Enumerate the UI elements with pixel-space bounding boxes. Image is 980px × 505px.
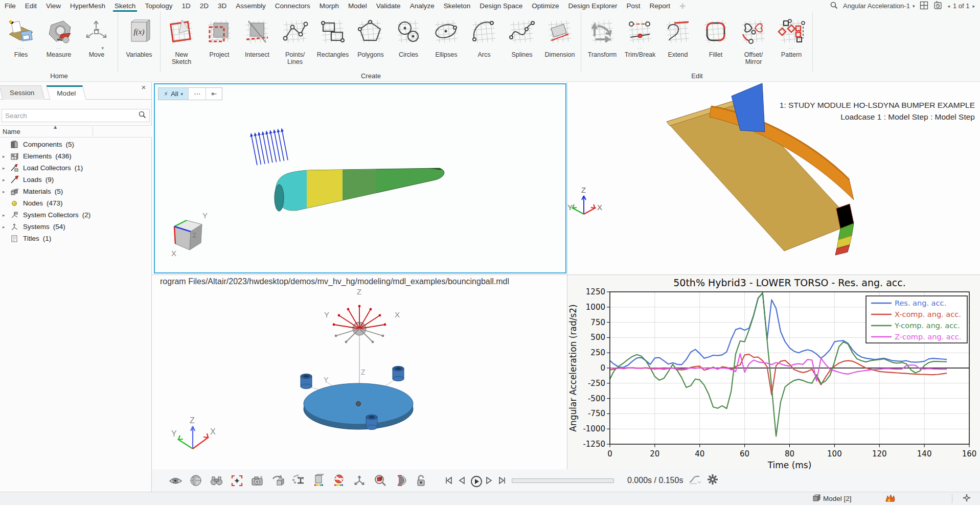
menu-assembly[interactable]: Assembly [231, 0, 270, 12]
ribbon-button-fillet[interactable]: Fillet [697, 14, 735, 72]
menu-validate[interactable]: Validate [372, 0, 405, 12]
menu-design-space[interactable]: Design Space [475, 0, 527, 12]
schedule-icon[interactable] [933, 1, 942, 11]
expand-caret-icon[interactable]: ▸ [3, 154, 10, 159]
zoom-cube-icon[interactable] [373, 474, 387, 488]
ribbon-button-project[interactable]: Project [200, 14, 238, 72]
ribbon-button-variables[interactable]: f(x) Variables [120, 14, 158, 72]
ribbon-button-transform[interactable]: Transform [583, 14, 621, 72]
expand-caret-icon[interactable]: ▸ [3, 189, 10, 194]
view-headrest-icon[interactable] [394, 474, 407, 488]
ribbon-button-rectangles[interactable]: Rectangles [314, 14, 352, 72]
collapse-toolbar-button[interactable]: ⇤ [206, 88, 222, 100]
panel-tab-session[interactable]: Session [0, 85, 45, 100]
report-view-selector[interactable]: Angular Acceleration-1 ▾ [843, 2, 915, 10]
entity-filter-button[interactable]: ⚡ All ▾ [158, 88, 189, 100]
viewport-mesh-model[interactable]: ⚡ All ▾ ⋯ ⇤ [154, 83, 566, 273]
ribbon-button-ellipses[interactable]: Ellipses [427, 14, 465, 72]
ribbon-button-points--lines[interactable]: Points/ Lines [276, 14, 314, 72]
ribbon-button-arcs[interactable]: Arcs [465, 14, 503, 72]
gear-icon[interactable] [706, 473, 719, 488]
animation-slider[interactable] [512, 478, 614, 483]
fit-view-icon[interactable] [230, 474, 244, 488]
menu-topology[interactable]: Topology [140, 0, 177, 12]
step-back-icon[interactable] [457, 475, 468, 486]
status-settings-icon[interactable] [962, 493, 971, 504]
menu-design-explorer[interactable]: Design Explorer [564, 0, 622, 12]
menu-skeleton[interactable]: Skeleton [439, 0, 475, 12]
ribbon-button-circles[interactable]: Circles [390, 14, 427, 72]
ribbon-button-trim-break[interactable]: ·· Trim/Break [621, 14, 659, 72]
ribbon-button-measure[interactable]: ·· Measure [40, 14, 78, 72]
globe-icon[interactable] [189, 474, 203, 488]
viewport-bouncing-ball[interactable]: rogram Files/Altair/2023/hwdesktop/demos… [152, 275, 567, 469]
binoculars-icon[interactable] [210, 474, 223, 488]
panel-tab-model[interactable]: Model [47, 85, 86, 100]
viewport-bumper-model[interactable]: 1: STUDY MODULE HO-LSDYNA BUMPER EXAMPLE… [567, 82, 980, 274]
expand-caret-icon[interactable]: ▸ [3, 166, 10, 171]
tree-row-systems[interactable]: ▸ Systems (54) [0, 221, 152, 233]
search-icon[interactable] [830, 1, 838, 11]
section-icon[interactable] [291, 474, 305, 488]
lock-icon[interactable] [414, 474, 428, 488]
camera-icon[interactable] [250, 474, 264, 488]
layout-grid-icon[interactable] [920, 1, 928, 11]
flame-icon[interactable] [884, 493, 896, 504]
ribbon-button-polygons[interactable]: Polygons [352, 14, 390, 72]
ribbon-button-move[interactable]: ▾ Move [78, 14, 116, 72]
step-forward-icon[interactable] [483, 475, 494, 486]
status-model-entry[interactable]: Model [2] [812, 493, 852, 504]
tree-row-materials[interactable]: ▸ Materials (5) [0, 186, 152, 197]
menu-3d[interactable]: 3D [213, 0, 231, 12]
tree-row-elements[interactable]: ▸ Elements (436) [0, 150, 152, 162]
skip-end-icon[interactable] [496, 475, 508, 486]
ribbon-button-extend[interactable]: Extend [659, 14, 697, 72]
ribbon-button-intersect[interactable]: Intersect [238, 14, 276, 72]
add-ribbon-page-icon[interactable]: ✚ [675, 0, 690, 12]
next-page-icon[interactable]: ▸ [972, 4, 975, 9]
menu-post[interactable]: Post [622, 0, 645, 12]
menu-analyze[interactable]: Analyze [405, 0, 439, 12]
ribbon-button-new-sketch[interactable]: New Sketch [163, 14, 200, 72]
ribbon-button-offset--mirror[interactable]: ·· Offset/ Mirror [735, 14, 772, 72]
menu-1d[interactable]: 1D [177, 0, 195, 12]
menu-hypermesh[interactable]: HyperMesh [65, 0, 110, 12]
tree-row-components[interactable]: Components (5) [0, 139, 152, 150]
menu-optimize[interactable]: Optimize [527, 0, 563, 12]
menu-edit[interactable]: Edit [20, 0, 41, 12]
tree-row-loads[interactable]: ▸ Loads (9) [0, 174, 152, 186]
menu-connectors[interactable]: Connectors [270, 0, 315, 12]
expand-caret-icon[interactable]: ▸ [3, 177, 10, 182]
expand-caret-icon[interactable]: ▸ [3, 224, 10, 229]
skip-start-icon[interactable] [443, 475, 454, 486]
close-icon[interactable]: × [139, 82, 148, 91]
eye-icon[interactable] [169, 474, 183, 488]
menu-view[interactable]: View [41, 0, 65, 12]
menu-file[interactable]: File [0, 0, 20, 12]
menu-sketch[interactable]: Sketch [110, 0, 140, 12]
ribbon-button-dimension[interactable]: Dimension [541, 14, 579, 72]
triad-icon[interactable] [353, 474, 367, 488]
mask-off-icon[interactable] [332, 474, 346, 488]
ribbon-button-splines[interactable]: Splines [503, 14, 541, 72]
menu-morph[interactable]: Morph [315, 0, 344, 12]
previous-page-icon[interactable]: ◂ [947, 4, 950, 9]
play-icon[interactable] [470, 475, 481, 486]
animation-curve-icon[interactable] [688, 474, 701, 487]
tree-row-nodes[interactable]: Nodes (473) [0, 197, 152, 209]
mask-panel-icon[interactable] [312, 474, 326, 488]
search-input[interactable] [5, 112, 138, 120]
ribbon-button-pattern[interactable]: ·· Pattern [772, 14, 810, 72]
more-options-button[interactable]: ⋯ [189, 88, 206, 100]
menu-model[interactable]: Model [344, 0, 372, 12]
tree-row-titles[interactable]: Titles (1) [0, 233, 152, 244]
expand-caret-icon[interactable]: ▸ [3, 213, 10, 218]
ribbon-button-files[interactable]: ··· Files [2, 14, 40, 72]
tree-row-system-collectors[interactable]: ▸ System Collectors (2) [0, 209, 152, 221]
tree-row-load-collectors[interactable]: ▸ Load Collectors (1) [0, 162, 152, 174]
viewport-chart[interactable]: 0 20 40 60 80 100 120 140 160 -1250 -100… [567, 275, 980, 469]
menu-2d[interactable]: 2D [195, 0, 213, 12]
rotate-cube-icon[interactable] [271, 474, 285, 488]
tree-header[interactable]: Name ▲ [0, 125, 152, 137]
menu-report[interactable]: Report [645, 0, 675, 12]
